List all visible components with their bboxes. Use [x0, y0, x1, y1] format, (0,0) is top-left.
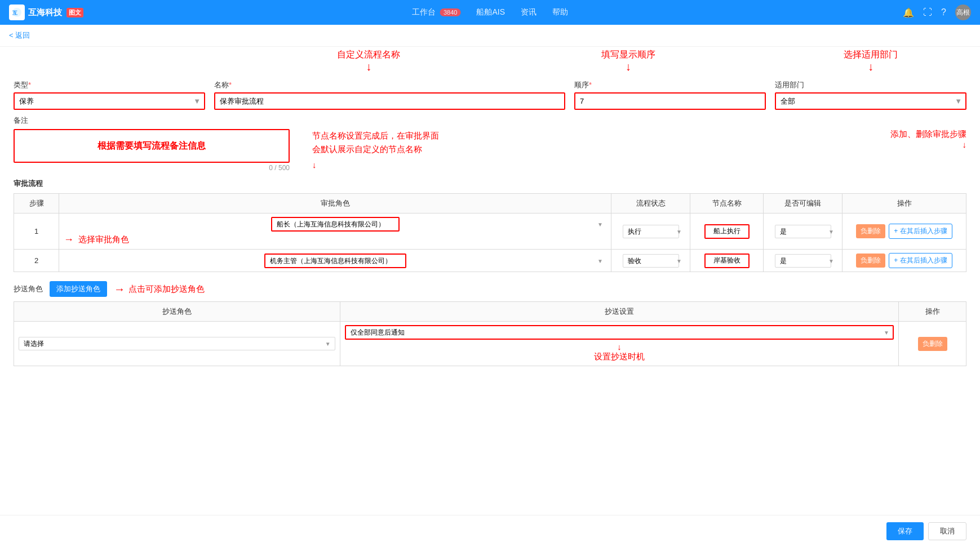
dept-select-wrapper: 全部 ▼ [775, 92, 966, 110]
editable-cell-1: 是 否 ▼ [764, 214, 842, 250]
editable-select-wrapper-2: 是 否 ▼ [768, 254, 837, 268]
remark-label: 备注 [14, 115, 966, 126]
remark-box: 根据需要填写流程备注信息 [14, 129, 290, 163]
op-cell-2: 负删除 + 在其后插入步骤 [842, 250, 966, 272]
cc-op-cell: 负删除 [899, 322, 966, 366]
status-select-2[interactable]: 验收 执行 [623, 254, 679, 268]
nav-news[interactable]: 资讯 [521, 7, 536, 17]
add-cc-button[interactable]: 添加抄送角色 [50, 281, 107, 297]
editable-select-2[interactable]: 是 否 [775, 254, 831, 268]
logo-text: 互海科技 [28, 7, 62, 18]
cc-section-header: 抄送角色 添加抄送角色 → 点击可添加抄送角色 [14, 281, 966, 297]
dept-label: 适用部门 [775, 80, 966, 90]
type-label: 类型* [14, 80, 205, 90]
role-select-wrapper-1: 船长（上海互海信息科技有限公司） ▼ [64, 217, 606, 232]
back-bar: < 返回 [0, 25, 980, 47]
top-annotations-row: 自定义流程名称 ↓ 填写显示顺序 ↓ 选择适用部门 ↓ [0, 47, 980, 74]
timing-annotation-text: 设置抄送时机 [594, 352, 645, 362]
workbench-badge: 3840 [440, 8, 460, 16]
editable-select-1[interactable]: 是 否 [775, 225, 831, 238]
name-field-group: 名称* [214, 80, 565, 110]
type-select-wrapper: 保养 ▼ [14, 92, 205, 110]
question-icon[interactable]: ? [941, 7, 946, 17]
role-select-1[interactable]: 船长（上海互海信息科技有限公司） [271, 217, 400, 232]
add-step-btn-2[interactable]: + 在其后插入步骤 [889, 253, 952, 268]
approval-table-header: 步骤 审批角色 流程状态 节点名称 是否可编辑 操作 [14, 194, 966, 214]
role-select-arrow-2: ▼ [597, 257, 603, 264]
arrow-select-dept: ↓ [868, 61, 873, 72]
role-select-wrapper-2: 机务主管（上海互海信息科技有限公司） ▼ [64, 254, 606, 268]
cc-delete-btn[interactable]: 负删除 [918, 337, 947, 351]
order-label: 顺序* [574, 80, 766, 90]
approval-row-2: 2 机务主管（上海互海信息科技有限公司） ▼ [14, 250, 966, 272]
cc-timing-select-wrapper: 仅全部同意后通知 每次审批后通知 发起时通知 ▼ [345, 325, 894, 340]
op-cell-1: 负删除 + 在其后插入步骤 [842, 214, 966, 250]
step-2: 2 [14, 250, 59, 272]
logo-badge: 图文 [66, 8, 83, 17]
type-field-group: 类型* 保养 ▼ [14, 80, 205, 110]
dept-select[interactable]: 全部 [775, 92, 966, 110]
avatar[interactable]: 高根 [955, 5, 971, 20]
back-button[interactable]: < 返回 [9, 31, 30, 39]
status-cell-2: 验收 执行 ▼ [611, 250, 690, 272]
svg-text:互: 互 [12, 10, 18, 16]
role-select-2[interactable]: 机务主管（上海互海信息科技有限公司） [264, 254, 406, 268]
approval-title: 审批流程 [14, 179, 966, 189]
cancel-button[interactable]: 取消 [928, 522, 966, 540]
dept-field-group: 适用部门 全部 ▼ [775, 80, 966, 110]
col-status: 流程状态 [611, 194, 690, 214]
col-role: 审批角色 [59, 194, 611, 214]
page-content: < 返回 自定义流程名称 ↓ 填写显示顺序 ↓ 选择适用部门 ↓ 类型* [0, 25, 980, 547]
cc-role-select[interactable]: 请选择 [19, 337, 335, 350]
delete-btn-2[interactable]: 负删除 [856, 254, 885, 268]
node-input-2[interactable] [704, 254, 750, 268]
cc-label: 抄送角色 [14, 284, 43, 294]
cc-col-role: 抄送角色 [14, 302, 340, 322]
editable-cell-2: 是 否 ▼ [764, 250, 842, 272]
nav-ship-ais[interactable]: 船舶AIS [476, 7, 505, 17]
add-delete-text: 添加、删除审批步骤 [890, 129, 966, 140]
top-navigation: 互 互海科技 图文 工作台 3840 船舶AIS 资讯 帮助 🔔 ⛶ ? 高根 [0, 0, 980, 25]
avatar-text: 高根 [956, 8, 970, 17]
node-annotation-text2: 会默认展示自定义的节点名称 [312, 143, 439, 156]
bell-icon[interactable]: 🔔 [903, 7, 914, 18]
add-delete-annotation: 添加、删除审批步骤 ↓ [890, 129, 966, 149]
role-select-arrow-1: ▼ [597, 221, 603, 228]
logo-icon: 互 [9, 5, 25, 20]
step-num-2: 2 [34, 256, 38, 265]
status-select-wrapper-1: 执行 ▼ [616, 225, 685, 238]
col-editable: 是否可编辑 [764, 194, 842, 214]
name-input[interactable] [214, 92, 565, 110]
add-step-btn-1[interactable]: + 在其后插入步骤 [889, 224, 952, 239]
col-step: 步骤 [14, 194, 59, 214]
timing-arrow: ↓ [617, 342, 622, 352]
editable-select-wrapper-1: 是 否 ▼ [768, 225, 837, 238]
right-annotations-block: 节点名称设置完成后，在审批界面 会默认展示自定义的节点名称 ↓ 添加、删除审批步… [312, 129, 966, 172]
timing-annotation: ↓ 设置抄送时机 [345, 342, 894, 362]
name-label: 名称* [214, 80, 565, 90]
node-cell-2 [690, 250, 764, 272]
approval-section: 审批流程 步骤 审批角色 流程状态 节点名称 是否可编辑 操作 [14, 179, 966, 272]
cc-table: 抄送角色 抄送设置 操作 请选择 ▼ [14, 301, 966, 366]
cc-table-header: 抄送角色 抄送设置 操作 [14, 302, 966, 322]
col-node: 节点名称 [690, 194, 764, 214]
cc-timing-select[interactable]: 仅全部同意后通知 每次审批后通知 发起时通知 [345, 325, 894, 340]
remark-section: 备注 根据需要填写流程备注信息 0 / 500 节点名称设置完成后，在审批界面 … [14, 115, 966, 172]
cc-row-1: 请选择 ▼ 仅全部同意后通知 每次审批后通知 发起时通知 [14, 322, 966, 366]
type-select[interactable]: 保养 [14, 92, 205, 110]
order-input[interactable] [574, 92, 766, 110]
save-button[interactable]: 保存 [886, 522, 924, 540]
node-input-1[interactable] [704, 224, 750, 239]
cc-col-timing: 抄送设置 [340, 302, 898, 322]
fullscreen-icon[interactable]: ⛶ [923, 7, 932, 17]
role-cell-1: 船长（上海互海信息科技有限公司） ▼ → 选择审批角色 [59, 214, 611, 250]
delete-btn-1[interactable]: 负删除 [856, 224, 885, 238]
status-cell-1: 执行 ▼ [611, 214, 690, 250]
red-arrow-role: → [64, 234, 74, 246]
nav-workbench[interactable]: 工作台 3840 [412, 7, 460, 17]
step-1: 1 [14, 214, 59, 250]
node-arrow: ↓ [312, 158, 439, 172]
status-select-1[interactable]: 执行 [623, 225, 679, 238]
remark-input-area: 根据需要填写流程备注信息 0 / 500 [14, 129, 290, 172]
nav-help[interactable]: 帮助 [552, 7, 568, 17]
